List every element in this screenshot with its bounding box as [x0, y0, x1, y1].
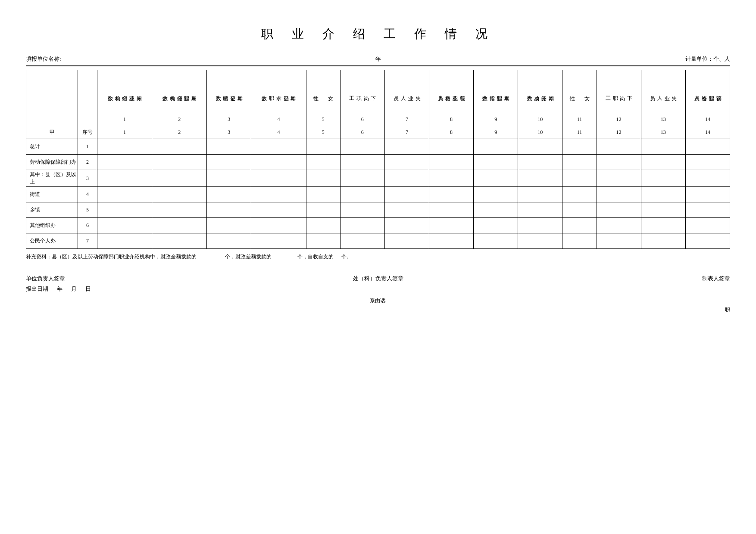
cell-3-8 [474, 187, 518, 202]
header-col4: 本期登记求职人数 [251, 70, 306, 113]
row-label-3: 街道 [26, 187, 78, 202]
cell-5-0 [97, 218, 152, 233]
table-jia-row: 甲 序号 1 2 3 4 5 6 7 8 9 10 11 12 13 14 [26, 126, 730, 139]
cell-0-3 [251, 139, 306, 155]
header-col13: 失业人员 [641, 70, 685, 113]
num-14: 14 [685, 113, 730, 126]
cell-1-9 [518, 155, 562, 170]
cell-6-5 [340, 233, 384, 249]
cell-6-7 [429, 233, 473, 249]
num-cell-10: 10 [518, 126, 562, 139]
cell-5-9 [518, 218, 562, 233]
supplement-text: 补充资料：县（区）及以上劳动保障部门职业介绍机构中，财政全额拨款的_______… [26, 252, 730, 262]
num-cell-11: 11 [562, 126, 597, 139]
cell-6-2 [207, 233, 251, 249]
row-seq-0: 1 [78, 139, 97, 155]
row-label-0: 总计 [26, 139, 78, 155]
cell-3-3 [251, 187, 306, 202]
num-12: 12 [597, 113, 641, 126]
cell-2-11 [597, 170, 641, 187]
year-placeholder: 年 [57, 285, 62, 293]
table-row: 其他组织办6 [26, 218, 730, 233]
num-cell-4: 4 [251, 126, 306, 139]
num-9: 9 [474, 113, 518, 126]
cell-2-5 [340, 170, 384, 187]
page-title: 职 业 介 绍 工 作 情 况 [26, 26, 730, 42]
cell-3-2 [207, 187, 251, 202]
num-5: 5 [306, 113, 340, 126]
num-cell-12: 12 [597, 126, 641, 139]
cell-1-5 [340, 155, 384, 170]
cell-0-8 [474, 139, 518, 155]
cell-0-11 [597, 139, 641, 155]
cell-0-7 [429, 139, 473, 155]
header-xuhao [78, 70, 97, 126]
cell-5-11 [597, 218, 641, 233]
cell-4-4 [306, 202, 340, 218]
cell-2-12 [641, 170, 685, 187]
year-label: 年 [261, 55, 496, 63]
footer-center: 处（科）负责人签章 [261, 275, 496, 293]
row-label-5: 其他组织办 [26, 218, 78, 233]
num-cell-2: 2 [152, 126, 207, 139]
cell-6-0 [97, 233, 152, 249]
cell-6-4 [306, 233, 340, 249]
cell-6-12 [641, 233, 685, 249]
cell-3-4 [306, 187, 340, 202]
day-placeholder: 日 [85, 285, 91, 293]
cell-5-13 [685, 218, 730, 233]
cell-0-12 [641, 139, 685, 155]
num-13: 13 [641, 113, 685, 126]
header-col12: 下岗职工 [597, 70, 641, 113]
cell-2-1 [152, 170, 207, 187]
cell-5-4 [306, 218, 340, 233]
table-row: 其中：县（区）及以上3 [26, 170, 730, 187]
row-label-4: 乡镇 [26, 202, 78, 218]
cell-0-0 [97, 139, 152, 155]
cell-5-10 [562, 218, 597, 233]
row-seq-6: 7 [78, 233, 97, 249]
row-seq-5: 6 [78, 218, 97, 233]
cell-1-12 [641, 155, 685, 170]
cell-6-8 [474, 233, 518, 249]
cell-0-4 [306, 139, 340, 155]
cell-0-2 [207, 139, 251, 155]
cell-4-5 [340, 202, 384, 218]
unit-signature-label: 单位负责人签章 [26, 275, 261, 283]
meta-row: 填报单位名称: 年 计量单位：个、人 [26, 55, 730, 66]
main-table: 期末职业介绍机构个数 期末职业介绍机构人数 本期登记招聘人数 本期登记求职人数 … [26, 70, 730, 249]
cell-5-5 [340, 218, 384, 233]
cell-0-13 [685, 139, 730, 155]
cell-3-9 [518, 187, 562, 202]
cell-6-3 [251, 233, 306, 249]
bottom-right-char: 职 [26, 306, 730, 314]
cell-3-12 [641, 187, 685, 202]
cell-5-7 [429, 218, 473, 233]
footer-left: 单位负责人签章 报出日期 年 月 日 [26, 275, 261, 293]
cell-6-11 [597, 233, 641, 249]
cell-0-5 [340, 139, 384, 155]
row-seq-4: 5 [78, 202, 97, 218]
header-col5: 女性 [306, 70, 340, 113]
num-cell-3: 3 [207, 126, 251, 139]
cell-0-6 [384, 139, 429, 155]
cell-3-0 [97, 187, 152, 202]
num-cell-14: 14 [685, 126, 730, 139]
table-row: 劳动保障保障部门办2 [26, 155, 730, 170]
cell-6-10 [562, 233, 597, 249]
num-10: 10 [518, 113, 562, 126]
table-row: 公民个人办7 [26, 233, 730, 249]
cell-4-6 [384, 202, 429, 218]
row-label-6: 公民个人办 [26, 233, 78, 249]
header-col9: 本期职业指导人数 [474, 70, 518, 113]
cell-2-7 [429, 170, 473, 187]
num-1: 1 [97, 113, 152, 126]
cell-4-9 [518, 202, 562, 218]
table-row: 乡镇5 [26, 202, 730, 218]
fill-label: 填报单位名称: [26, 55, 261, 63]
header-col11: 女性 [562, 70, 597, 113]
cell-4-10 [562, 202, 597, 218]
month-placeholder: 月 [71, 285, 77, 293]
cell-1-6 [384, 155, 429, 170]
cell-2-3 [251, 170, 306, 187]
